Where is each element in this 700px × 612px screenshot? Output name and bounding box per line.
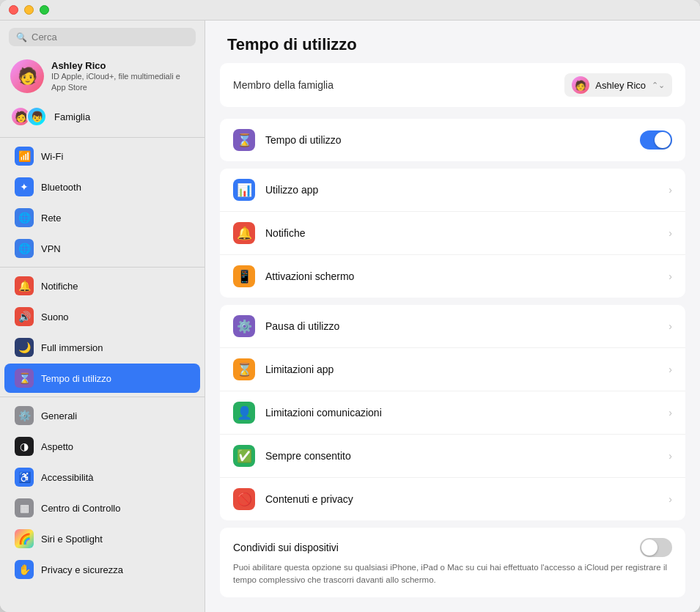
minimize-button[interactable]: [24, 5, 34, 15]
detail-header: Tempo di utilizzo: [205, 21, 700, 63]
pausa-icon: ⚙️: [233, 315, 255, 337]
detail-scroll: Membro della famiglia 🧑 Ashley Rico ⌃⌄ ⌛…: [205, 63, 700, 612]
contenuti-privacy-row[interactable]: 🚫 Contenuti e privacy ›: [220, 478, 685, 520]
limitazioni-comunicazioni-row[interactable]: 👤 Limitazioni comunicazioni ›: [220, 391, 685, 435]
card-group-2: ⚙️ Pausa di utilizzo › ⌛ Limitazioni app…: [220, 305, 685, 520]
sidebar-label-accessibilita: Accessibilità: [41, 472, 94, 483]
sempre-label: Sempre consentito: [265, 450, 658, 462]
divider-1: [0, 137, 205, 138]
detail-panel: Tempo di utilizzo Membro della famiglia …: [205, 21, 700, 612]
sidebar-item-tempo-utilizzo[interactable]: ⌛ Tempo di utilizzo: [4, 364, 200, 393]
famiglia-label: Famiglia: [54, 111, 90, 122]
divider-3: [0, 397, 205, 397]
tempo-utilizzo-icon: ⌛: [15, 369, 34, 388]
limitazioni-app-chevron: ›: [668, 364, 672, 375]
limitazioni-comm-icon: 👤: [233, 402, 255, 424]
profile-name: Ashley Rico: [51, 60, 194, 71]
wifi-icon: 📶: [15, 147, 34, 166]
attivazioni-icon: 📱: [233, 265, 255, 287]
close-button[interactable]: [9, 5, 18, 15]
notifiche-row[interactable]: 🔔 Notifiche ›: [220, 212, 685, 255]
sidebar-label-full-immersion: Full immersion: [41, 342, 103, 353]
sidebar-item-rete[interactable]: 🌐 Rete: [4, 203, 200, 232]
rete-icon: 🌐: [15, 208, 34, 227]
aspetto-icon: ◑: [15, 437, 34, 456]
share-section: Condividi sui dispositivi Puoi abilitare…: [220, 528, 685, 597]
sidebar-item-wifi[interactable]: 📶 Wi-Fi: [4, 141, 200, 171]
utilizzo-app-icon: 📊: [233, 179, 255, 201]
utilizzo-app-chevron: ›: [668, 184, 672, 196]
vpn-icon: 🌐: [15, 239, 34, 258]
sidebar-item-privacy[interactable]: ✋ Privacy e sicurezza: [4, 555, 200, 584]
tempo-utilizzo-row[interactable]: ⌛ Tempo di utilizzo: [220, 119, 685, 161]
attivazioni-label: Attivazioni schermo: [265, 270, 658, 282]
sidebar-item-full-immersion[interactable]: 🌙 Full immersion: [4, 333, 200, 362]
sidebar-item-centro-controllo[interactable]: ▦ Centro di Controllo: [4, 493, 200, 523]
share-header: Condividi sui dispositivi: [233, 538, 672, 557]
contenuti-icon: 🚫: [233, 488, 255, 510]
generali-icon: ⚙️: [15, 406, 34, 425]
suono-icon: 🔊: [15, 307, 34, 326]
sidebar-label-suono: Suono: [41, 311, 69, 322]
bluetooth-icon: ✦: [15, 177, 34, 196]
sidebar-item-suono[interactable]: 🔊 Suono: [4, 302, 200, 331]
tempo-utilizzo-row-icon: ⌛: [233, 129, 255, 151]
pausa-utilizzo-row[interactable]: ⚙️ Pausa di utilizzo ›: [220, 305, 685, 348]
sempre-consentito-row[interactable]: ✅ Sempre consentito ›: [220, 435, 685, 478]
limitazioni-app-icon: ⌛: [233, 358, 255, 380]
sidebar-item-siri[interactable]: 🌈 Siri e Spotlight: [4, 524, 200, 553]
sidebar-label-wifi: Wi-Fi: [41, 151, 63, 162]
profile-section[interactable]: 🧑 Ashley Rico ID Apple, iCloud+, file mu…: [0, 54, 205, 102]
sidebar-item-notifiche[interactable]: 🔔 Notifiche: [4, 271, 200, 301]
attivazioni-schermo-row[interactable]: 📱 Attivazioni schermo ›: [220, 255, 685, 298]
attivazioni-chevron: ›: [668, 270, 672, 282]
famiglia-section[interactable]: 🧑 👦 Famiglia: [0, 102, 205, 134]
member-selector[interactable]: 🧑 Ashley Rico ⌃⌄: [564, 73, 672, 97]
limitazioni-app-row[interactable]: ⌛ Limitazioni app ›: [220, 348, 685, 391]
sidebar-item-accessibilita[interactable]: ♿ Accessibilità: [4, 462, 200, 492]
contenuti-chevron: ›: [668, 493, 672, 505]
chevron-updown-icon: ⌃⌄: [652, 81, 665, 90]
pausa-chevron: ›: [668, 320, 672, 332]
sidebar-label-privacy: Privacy e sicurezza: [41, 564, 123, 575]
search-bar[interactable]: 🔍: [9, 28, 196, 46]
sidebar-label-siri: Siri e Spotlight: [41, 534, 103, 545]
sidebar-label-bluetooth: Bluetooth: [41, 182, 81, 193]
limitazioni-app-label: Limitazioni app: [265, 364, 658, 375]
utilizzo-app-label: Utilizzo app: [265, 184, 658, 196]
notifiche-row-label: Notifiche: [265, 227, 658, 239]
full-immersion-icon: 🌙: [15, 338, 34, 357]
sidebar-label-centro-controllo: Centro di Controllo: [41, 503, 120, 514]
privacy-icon: ✋: [15, 560, 34, 579]
main-content: 🔍 🧑 Ashley Rico ID Apple, iCloud+, file …: [0, 21, 700, 612]
maximize-button[interactable]: [40, 5, 49, 15]
sidebar-item-vpn[interactable]: 🌐 VPN: [4, 234, 200, 263]
tempo-utilizzo-row-label: Tempo di utilizzo: [265, 134, 630, 146]
notifiche-icon: 🔔: [15, 276, 34, 295]
sidebar-label-vpn: VPN: [41, 243, 61, 254]
sidebar-label-tempo-utilizzo: Tempo di utilizzo: [41, 373, 111, 384]
sidebar-item-bluetooth[interactable]: ✦ Bluetooth: [4, 172, 200, 202]
search-input[interactable]: [32, 32, 188, 43]
centro-controllo-icon: ▦: [15, 498, 34, 517]
sidebar-item-generali[interactable]: ⚙️ Generali: [4, 401, 200, 430]
share-description: Puoi abilitare questa opzione su qualsia…: [233, 561, 672, 587]
sidebar-label-notifiche: Notifiche: [41, 281, 78, 292]
tempo-utilizzo-toggle[interactable]: [640, 130, 672, 150]
sidebar-label-generali: Generali: [41, 410, 77, 421]
member-section: Membro della famiglia 🧑 Ashley Rico ⌃⌄: [220, 63, 685, 107]
utilizzo-app-row[interactable]: 📊 Utilizzo app ›: [220, 169, 685, 212]
profile-info: Ashley Rico ID Apple, iCloud+, file mult…: [51, 60, 194, 92]
sempre-icon: ✅: [233, 445, 255, 467]
share-title: Condividi sui dispositivi: [233, 542, 339, 553]
app-window: 🔍 🧑 Ashley Rico ID Apple, iCloud+, file …: [0, 0, 700, 612]
contenuti-label: Contenuti e privacy: [265, 493, 658, 505]
sidebar: 🔍 🧑 Ashley Rico ID Apple, iCloud+, file …: [0, 21, 205, 612]
sidebar-label-aspetto: Aspetto: [41, 441, 73, 452]
divider-2: [0, 267, 205, 268]
search-icon: 🔍: [16, 32, 27, 43]
sidebar-item-aspetto[interactable]: ◑ Aspetto: [4, 432, 200, 461]
profile-subtitle: ID Apple, iCloud+, file multimediali e A…: [51, 71, 194, 92]
share-toggle[interactable]: [640, 538, 672, 557]
sidebar-label-rete: Rete: [41, 213, 61, 224]
